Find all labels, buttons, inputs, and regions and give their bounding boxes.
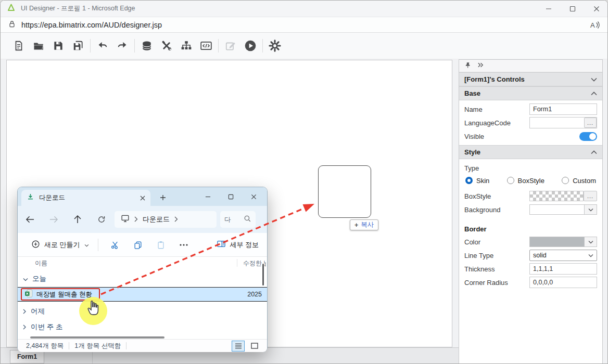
file-name[interactable]: 매장별 월매출 현황: [36, 290, 92, 299]
thickness-field[interactable]: [529, 263, 597, 275]
settings-icon[interactable]: [265, 37, 285, 54]
tab-downloads[interactable]: 다운로드: [21, 190, 150, 206]
languagecode-browse-button[interactable]: ...: [584, 118, 597, 128]
explorer-minimize-button[interactable]: [196, 187, 219, 206]
radio-skin[interactable]: Skin: [465, 177, 489, 185]
boxstyle-row: BoxStyle ...: [459, 189, 602, 203]
section-base-header[interactable]: Base: [459, 86, 602, 100]
linetype-label: Line Type: [464, 252, 529, 259]
chevron-right-icon[interactable]: [23, 323, 27, 331]
database-icon[interactable]: [137, 37, 157, 54]
border-color-swatch[interactable]: [529, 237, 585, 247]
more-options-icon[interactable]: [176, 244, 192, 246]
radio-custom[interactable]: Custom: [562, 177, 596, 185]
form-drop-target[interactable]: [318, 165, 371, 218]
new-item-label: 새로 만들기: [44, 240, 80, 250]
section-style-header[interactable]: Style: [459, 145, 602, 159]
plus-icon: +: [354, 222, 358, 229]
linetype-select[interactable]: solid: [529, 250, 597, 261]
run-icon[interactable]: [240, 37, 260, 54]
status-separator: [126, 342, 126, 349]
radio-boxstyle[interactable]: BoxStyle: [507, 177, 544, 185]
explorer-commandbar: 새로 만들기 세부 정보: [18, 233, 267, 257]
hierarchy-icon[interactable]: [176, 37, 196, 54]
group-yesterday[interactable]: 어제: [18, 305, 267, 318]
boxstyle-swatch[interactable]: [529, 191, 584, 201]
lock-icon[interactable]: [8, 20, 16, 30]
copy-icon[interactable]: [130, 240, 146, 250]
explorer-maximize-button[interactable]: [219, 187, 242, 206]
large-icons-view-button[interactable]: [248, 341, 261, 352]
corner-radius-field[interactable]: [529, 277, 597, 288]
hand-cursor-icon: [85, 300, 101, 320]
new-document-icon[interactable]: [9, 37, 29, 54]
chevron-down-icon[interactable]: [23, 275, 28, 283]
details-view-button[interactable]: [232, 341, 245, 352]
cut-icon[interactable]: [107, 240, 123, 250]
group-earlier-this-week[interactable]: 이번 주 초: [18, 320, 267, 334]
this-pc-icon[interactable]: [121, 214, 130, 225]
address-url[interactable]: https://epa.bimatrix.com/AUD/designer.js…: [21, 21, 162, 29]
radio-boxstyle-label: BoxStyle: [518, 177, 544, 185]
search-icon: [244, 215, 251, 225]
open-file-icon[interactable]: [29, 37, 48, 54]
column-name[interactable]: 이름: [35, 259, 47, 268]
new-item-button[interactable]: 새로 만들기: [31, 240, 89, 250]
explorer-close-button[interactable]: [242, 187, 265, 206]
minimize-button[interactable]: [537, 1, 561, 17]
background-swatch[interactable]: [529, 204, 585, 215]
build-tools-icon[interactable]: [157, 37, 176, 54]
border-color-dropdown-button[interactable]: [585, 237, 597, 247]
collapse-panel-icon[interactable]: [477, 62, 484, 70]
forward-icon[interactable]: [42, 216, 66, 223]
redo-icon[interactable]: [112, 37, 132, 54]
up-icon[interactable]: [66, 215, 90, 224]
paste-icon[interactable]: [153, 240, 169, 250]
breadcrumb[interactable]: 다운로드: [115, 211, 217, 228]
radio-skin-label: Skin: [476, 177, 489, 185]
column-header-row: 이름 수정한 날짜: [18, 257, 267, 269]
explorer-navbar: 다운로드 다운로드 검색: [18, 206, 267, 233]
code-view-icon[interactable]: [196, 37, 216, 54]
horizontal-scrollbar[interactable]: [30, 336, 164, 339]
group-yesterday-label: 어제: [31, 307, 45, 316]
chevron-right-icon: [174, 215, 178, 224]
background-dropdown-button[interactable]: [585, 204, 597, 215]
undo-icon[interactable]: [93, 37, 112, 54]
toolbar-separator: [218, 39, 219, 53]
boxstyle-browse-button[interactable]: ...: [584, 191, 597, 201]
refresh-icon[interactable]: [90, 215, 113, 224]
type-label: Type: [464, 164, 597, 172]
chevron-right-icon[interactable]: [23, 308, 27, 316]
save-icon[interactable]: [48, 37, 68, 54]
save-all-icon[interactable]: [68, 37, 88, 54]
chevron-right-icon: [134, 215, 138, 224]
radio-boxstyle-control[interactable]: [507, 177, 514, 184]
edit-icon[interactable]: [221, 37, 240, 54]
name-field[interactable]: [529, 103, 597, 115]
details-pane-icon: [217, 240, 226, 250]
read-aloud-icon[interactable]: A: [590, 21, 600, 29]
details-button[interactable]: 세부 정보: [217, 240, 259, 250]
close-button[interactable]: [585, 1, 608, 17]
boxstyle-label: BoxStyle: [464, 192, 529, 200]
visible-label: Visible: [464, 133, 579, 140]
border-color-label: Color: [464, 238, 529, 246]
vertical-scrollbar[interactable]: [262, 264, 264, 285]
file-explorer-window: 다운로드 다운로드 다운로드 검색: [17, 187, 268, 352]
group-today[interactable]: 오늘: [18, 272, 267, 285]
new-tab-button[interactable]: [157, 192, 169, 203]
tab-close-icon[interactable]: [140, 193, 145, 203]
controls-header[interactable]: [Form1]'s Controls: [459, 72, 602, 86]
maximize-button[interactable]: [561, 1, 585, 17]
selected-file-row[interactable]: 매장별 월매출 현황 2025: [18, 287, 267, 302]
visible-toggle[interactable]: [579, 132, 597, 141]
radio-custom-control[interactable]: [562, 177, 569, 184]
breadcrumb-downloads[interactable]: 다운로드: [143, 215, 170, 224]
search-input[interactable]: 다운로드 검색: [220, 211, 256, 228]
pin-icon[interactable]: [464, 62, 471, 70]
column-divider[interactable]: [237, 259, 237, 267]
back-icon[interactable]: [18, 216, 42, 223]
toolbar-separator: [90, 39, 91, 53]
radio-skin-control[interactable]: [465, 177, 473, 184]
